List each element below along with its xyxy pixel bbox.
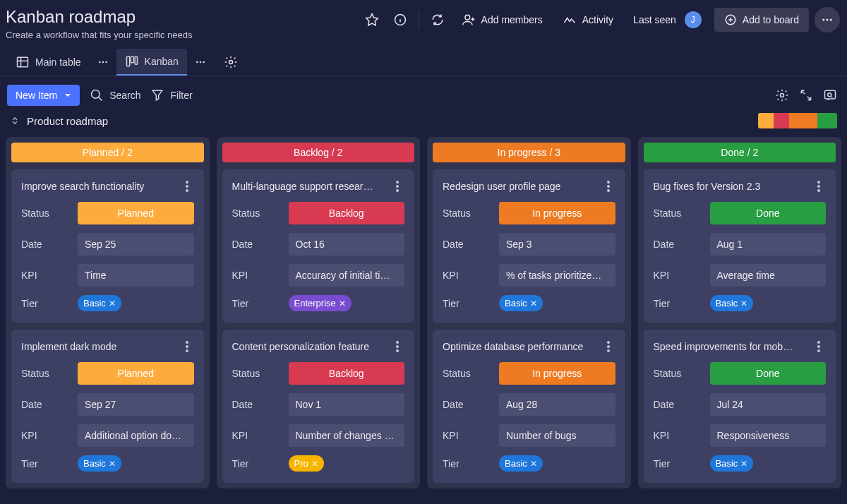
date-value[interactable]: Jul 24	[710, 393, 827, 416]
card-menu-button[interactable]	[180, 179, 194, 193]
kanban-card[interactable]: Optimize database performance Status In …	[433, 330, 625, 483]
new-item-button[interactable]: New Item	[7, 85, 80, 106]
kpi-value[interactable]: Average time	[710, 264, 827, 287]
add-members-button[interactable]: Add members	[455, 8, 550, 31]
tier-value[interactable]: Basic ✕	[78, 455, 194, 472]
tab-kanban-more[interactable]	[191, 53, 210, 71]
card-title[interactable]: Bug fixes for Version 2.3	[654, 181, 761, 192]
collapse-icon[interactable]	[799, 88, 813, 102]
view-settings-icon[interactable]	[220, 51, 242, 73]
info-icon[interactable]	[389, 8, 412, 31]
last-seen-label: Last seen	[633, 14, 676, 25]
card-title[interactable]: Improve search functionality	[21, 181, 144, 192]
chip-remove-icon[interactable]: ✕	[530, 299, 537, 308]
kpi-value[interactable]: Accuracy of initial ti…	[289, 264, 405, 287]
tier-value[interactable]: Basic ✕	[710, 295, 827, 311]
card-title[interactable]: Multi-language support research	[232, 181, 373, 192]
progress-segment	[758, 113, 774, 128]
date-value[interactable]: Sep 3	[499, 233, 615, 256]
kanban-card[interactable]: Improve search functionality Status Plan…	[11, 169, 204, 323]
progress-summary[interactable]	[758, 113, 837, 128]
chip-remove-icon[interactable]: ✕	[740, 459, 747, 469]
divider	[419, 11, 419, 28]
card-title[interactable]: Optimize database performance	[443, 341, 583, 352]
kanban-card[interactable]: Bug fixes for Version 2.3 Status Done Da…	[644, 169, 836, 323]
last-seen[interactable]: Last seen J	[626, 7, 709, 32]
field-status: Status Done	[654, 202, 827, 224]
kanban-card[interactable]: Content personalization feature Status B…	[222, 330, 415, 483]
status-value[interactable]: Done	[710, 362, 827, 385]
card-title[interactable]: Redesign user profile page	[443, 181, 560, 192]
tier-value[interactable]: Basic ✕	[499, 295, 615, 311]
activity-button[interactable]: Activity	[555, 8, 620, 31]
filter-button[interactable]: Filter	[150, 88, 192, 102]
kpi-value[interactable]: Responsiveness	[710, 424, 827, 447]
svg-rect-18	[135, 56, 137, 64]
tab-kanban[interactable]: Kanban	[116, 49, 187, 76]
tier-value[interactable]: Basic ✕	[499, 455, 615, 472]
status-value[interactable]: Backlog	[289, 362, 405, 385]
chip-remove-icon[interactable]: ✕	[311, 459, 318, 469]
date-value[interactable]: Sep 25	[78, 233, 194, 256]
status-value[interactable]: Done	[710, 202, 827, 224]
card-menu-button[interactable]	[812, 340, 826, 354]
date-value[interactable]: Oct 16	[289, 233, 405, 256]
field-date: Date Aug 1	[654, 233, 827, 256]
status-value[interactable]: Planned	[78, 362, 194, 385]
status-value[interactable]: In progress	[499, 202, 615, 224]
page-subtitle[interactable]: Create a workflow that fits your specifi…	[6, 30, 192, 40]
status-value[interactable]: Backlog	[289, 202, 405, 224]
date-value[interactable]: Aug 1	[710, 233, 827, 256]
column-header[interactable]: Planned / 2	[11, 143, 204, 162]
section-left[interactable]: Product roadmap	[10, 115, 108, 127]
kpi-value[interactable]: Additional option do…	[78, 424, 194, 447]
column-header[interactable]: Done / 2	[644, 143, 836, 162]
avatar[interactable]: J	[685, 11, 702, 28]
star-icon[interactable]	[361, 8, 383, 31]
status-value[interactable]: In progress	[499, 362, 615, 385]
card-title[interactable]: Speed improvements for mobile a…	[654, 341, 795, 352]
refresh-icon[interactable]	[426, 8, 449, 31]
column-header[interactable]: Backlog / 2	[222, 143, 415, 162]
kpi-value[interactable]: Number of changes …	[289, 424, 405, 447]
card-menu-button[interactable]	[390, 179, 404, 193]
date-value[interactable]: Nov 1	[289, 393, 405, 416]
kpi-value[interactable]: Number of bugs	[499, 424, 615, 447]
svg-point-35	[396, 181, 399, 184]
tier-value[interactable]: Basic ✕	[78, 295, 194, 311]
kanban-card[interactable]: Speed improvements for mobile a… Status …	[644, 330, 836, 483]
chip-remove-icon[interactable]: ✕	[109, 299, 116, 308]
card-menu-button[interactable]	[812, 179, 826, 193]
date-value[interactable]: Sep 27	[78, 393, 194, 416]
search-button[interactable]: Search	[90, 88, 140, 102]
gear-icon[interactable]	[775, 88, 789, 102]
chip-remove-icon[interactable]: ✕	[339, 299, 346, 308]
kpi-value[interactable]: % of tasks prioritize…	[499, 264, 615, 287]
tier-value[interactable]: Basic ✕	[710, 455, 827, 472]
tab-main-table[interactable]: Main table	[7, 49, 90, 75]
kpi-value[interactable]: Time	[78, 264, 194, 287]
kanban-card[interactable]: Multi-language support research Status B…	[222, 169, 415, 323]
chip-remove-icon[interactable]: ✕	[109, 459, 116, 469]
status-value[interactable]: Planned	[78, 202, 194, 224]
comment-search-icon[interactable]	[823, 88, 837, 102]
tier-value[interactable]: Pro ✕	[289, 455, 405, 472]
svg-point-49	[817, 189, 820, 192]
kanban-card[interactable]: Implement dark mode Status Planned Date …	[11, 330, 204, 483]
kanban-card[interactable]: Redesign user profile page Status In pro…	[433, 169, 625, 323]
card-menu-button[interactable]	[180, 340, 194, 354]
card-menu-button[interactable]	[601, 179, 615, 193]
more-menu-button[interactable]	[815, 7, 840, 32]
progress-segment	[789, 113, 817, 128]
column-header[interactable]: In progress / 3	[433, 143, 625, 162]
tier-value[interactable]: Enterprise ✕	[289, 295, 405, 311]
chip-remove-icon[interactable]: ✕	[530, 459, 537, 469]
add-to-board-button[interactable]: Add to board	[714, 8, 809, 32]
card-title[interactable]: Implement dark mode	[21, 341, 116, 352]
card-title[interactable]: Content personalization feature	[232, 341, 370, 352]
date-value[interactable]: Aug 28	[499, 393, 615, 416]
card-menu-button[interactable]	[601, 340, 615, 354]
chip-remove-icon[interactable]: ✕	[740, 299, 747, 308]
tab-main-table-more[interactable]	[94, 53, 112, 71]
card-menu-button[interactable]	[390, 340, 404, 354]
